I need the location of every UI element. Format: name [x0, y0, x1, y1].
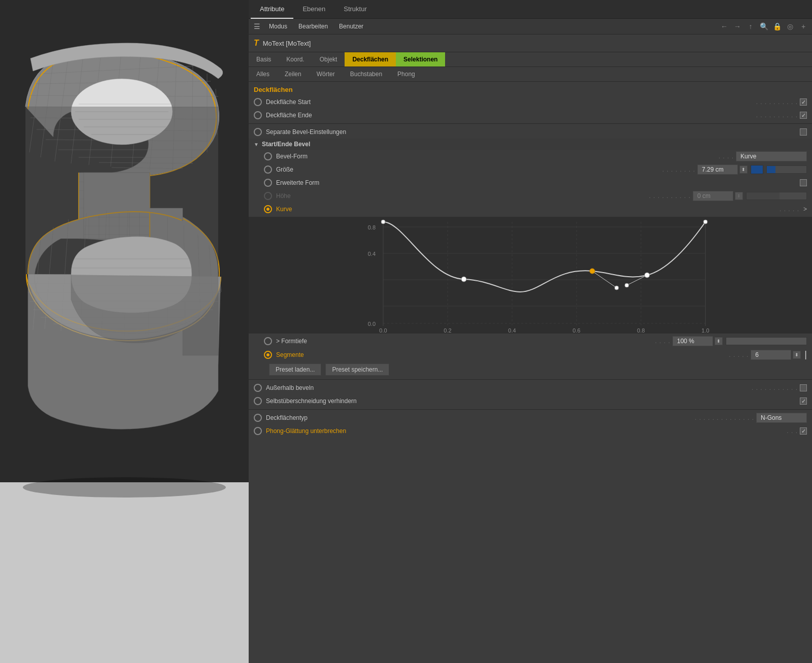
nav-back-button[interactable]: ←	[720, 22, 729, 31]
prop-tab-alles[interactable]: Alles	[249, 67, 277, 81]
attributes-panel: Attribute Ebenen Struktur ☰ Modus Bearbe…	[249, 0, 812, 663]
label-phong-glaettung: Phong-Glättung unterbrechen	[266, 427, 785, 435]
prop-row-groesse: Größe . . . . . . . . 7.29 cm ⬍	[249, 163, 812, 176]
svg-text:0.8: 0.8	[368, 224, 376, 230]
spinner-hoehe[interactable]: ⬍	[735, 192, 743, 200]
dots-bevel-form: . . . .	[719, 153, 734, 160]
radio-deckflaechentyp[interactable]	[254, 414, 262, 422]
prop-row-erweiterte-form: Erweiterte Form	[249, 176, 812, 189]
prop-tab-woerter[interactable]: Wörter	[309, 67, 343, 81]
tab-struktur[interactable]: Struktur	[334, 0, 376, 19]
menu-benutzer[interactable]: Benutzer	[336, 22, 366, 31]
curve-graph-container[interactable]: 0.8 0.4 0.0 0.0 0.2 0.4 0.6 0.8 1.0	[249, 217, 812, 334]
radio-bevel-form[interactable]	[264, 152, 272, 160]
checkbox-deckflaeche-start[interactable]	[800, 98, 807, 106]
subsection-bevel-header[interactable]: ▼ Start/Ende Bevel	[249, 139, 812, 150]
section-deckflaechen-header: Deckflächen	[249, 82, 812, 95]
prop-tabs-row2: Alles Zeilen Wörter Buchstaben Phong	[249, 67, 812, 82]
dots-segmente: . . . . .	[729, 351, 749, 358]
preset-laden-button[interactable]: Preset laden...	[269, 363, 321, 376]
nav-eye-button[interactable]: ◎	[786, 22, 795, 31]
nav-lock-button[interactable]: 🔒	[772, 22, 782, 31]
radio-formtiefe[interactable]	[264, 337, 272, 345]
menu-modus[interactable]: Modus	[266, 22, 290, 31]
dropdown-deckflaechentyp[interactable]: N-Gons	[756, 413, 807, 423]
prop-tab-basis[interactable]: Basis	[249, 52, 279, 67]
input-groesse[interactable]: 7.29 cm	[697, 164, 738, 175]
spinner-segmente[interactable]: ⬍	[793, 351, 801, 359]
preset-speichern-button[interactable]: Preset speichern...	[325, 363, 389, 376]
radio-kurve[interactable]	[264, 205, 272, 213]
radio-separate-bevel[interactable]	[254, 128, 262, 136]
prop-tab-phong[interactable]: Phong	[390, 67, 423, 81]
value-container-hoehe: 0 cm ⬍	[693, 191, 807, 201]
spinner-formtiefe[interactable]: ⬍	[715, 337, 723, 345]
radio-erweiterte-form[interactable]	[264, 179, 272, 187]
prop-row-segmente: Segmente . . . . . 6 ⬍ |	[249, 348, 812, 361]
radio-ausserhalb-beveln[interactable]	[254, 384, 262, 392]
input-hoehe[interactable]: 0 cm	[693, 191, 733, 201]
slider-formtiefe[interactable]	[726, 337, 807, 345]
label-deckflaechentyp: Deckflächentyp	[266, 414, 693, 421]
input-formtiefe[interactable]: 100 %	[672, 336, 713, 346]
subsection-arrow-icon: ▼	[254, 142, 259, 147]
svg-text:0.0: 0.0	[379, 327, 387, 334]
object-type-icon: T	[254, 39, 259, 48]
nav-forward-button[interactable]: →	[733, 22, 742, 31]
menu-icon[interactable]: ☰	[253, 22, 261, 30]
preset-button-row: Preset laden... Preset speichern...	[249, 361, 812, 378]
prop-tab-objekt[interactable]: Objekt	[312, 52, 345, 67]
radio-deckflaeche-start[interactable]	[254, 98, 262, 106]
prop-row-deckflaeche-start: Deckfläche Start . . . . . . . . . .	[249, 95, 812, 109]
prop-row-formtiefe: > Formtiefe . . . . 100 % ⬍	[249, 335, 812, 348]
dots-hoehe: . . . . . . . . . .	[649, 192, 691, 200]
slider-hoehe[interactable]	[746, 192, 807, 200]
prop-tab-zeilen[interactable]: Zeilen	[277, 67, 309, 81]
3d-viewport-svg	[0, 0, 249, 663]
tab-attribute[interactable]: Attribute	[251, 0, 293, 19]
svg-point-74	[23, 477, 226, 498]
label-deckflaeche-start: Deckfläche Start	[266, 98, 754, 106]
label-deckflaeche-ende: Deckfläche Ende	[266, 112, 754, 119]
prop-tab-selektionen[interactable]: Selektionen	[396, 52, 445, 67]
checkbox-separate-bevel[interactable]	[800, 128, 807, 136]
prop-tab-buchstaben[interactable]: Buchstaben	[343, 67, 390, 81]
value-container-formtiefe: 100 % ⬍	[672, 336, 807, 346]
dropdown-bevel-form[interactable]: Kurve	[736, 151, 807, 161]
prop-tab-deckflaechen[interactable]: Deckflächen	[345, 52, 396, 67]
radio-groesse[interactable]	[264, 165, 272, 174]
toolbar-left: ☰ Modus Bearbeiten Benutzer	[253, 22, 714, 31]
panel-content: Deckflächen Deckfläche Start . . . . . .…	[249, 82, 812, 663]
prop-row-bevel-form: Bevel-Form . . . . Kurve	[249, 150, 812, 163]
slider-groesse[interactable]	[766, 165, 807, 174]
nav-up-button[interactable]: ↑	[746, 22, 755, 31]
input-segmente[interactable]: 6	[751, 350, 791, 360]
radio-deckflaeche-ende[interactable]	[254, 111, 262, 119]
viewport-3d[interactable]	[0, 0, 249, 663]
nav-add-button[interactable]: +	[799, 22, 808, 31]
spinner-groesse[interactable]: ⬍	[739, 165, 748, 174]
svg-rect-75	[353, 217, 708, 334]
checkbox-ausserhalb-beveln[interactable]	[800, 384, 807, 391]
radio-phong-glaettung[interactable]	[254, 427, 262, 435]
checkbox-selbstueberschneidung[interactable]	[800, 397, 807, 405]
label-ausserhalb-beveln: Außerhalb beveln	[266, 384, 750, 391]
nav-search-button[interactable]: 🔍	[759, 22, 768, 31]
prop-row-hoehe: Höhe . . . . . . . . . . 0 cm ⬍	[249, 189, 812, 203]
tab-ebenen[interactable]: Ebenen	[293, 0, 334, 19]
radio-segmente[interactable]	[264, 351, 272, 359]
prop-row-kurve: Kurve . . . . . >	[249, 203, 812, 216]
radio-hoehe[interactable]	[264, 192, 272, 200]
dots-deckflaechentyp: . . . . . . . . . . . . . .	[695, 414, 754, 421]
color-swatch-groesse[interactable]	[751, 165, 763, 174]
prop-tab-koord[interactable]: Koord.	[279, 52, 312, 67]
svg-text:0.4: 0.4	[368, 251, 376, 257]
svg-text:0.6: 0.6	[572, 327, 580, 334]
checkbox-deckflaeche-ende[interactable]	[800, 112, 807, 119]
radio-selbstueberschneidung[interactable]	[254, 397, 262, 405]
menu-bearbeiten[interactable]: Bearbeiten	[295, 22, 331, 31]
svg-point-98	[461, 277, 466, 282]
checkbox-phong-glaettung[interactable]	[800, 427, 807, 435]
checkbox-erweiterte-form[interactable]	[800, 179, 807, 186]
prop-tabs-row1: Basis Koord. Objekt Deckflächen Selektio…	[249, 52, 812, 67]
